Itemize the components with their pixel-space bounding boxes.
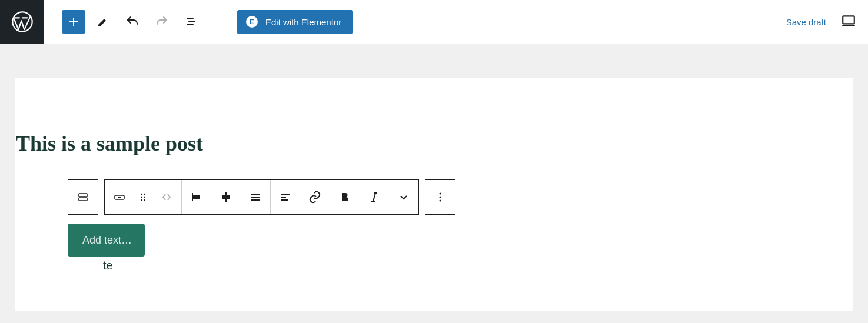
redo-button[interactable] (150, 10, 174, 34)
save-draft-button[interactable]: Save draft (786, 17, 826, 27)
align-left-button[interactable] (182, 180, 211, 214)
svg-rect-9 (79, 198, 87, 201)
redo-icon (155, 15, 169, 29)
svg-point-17 (144, 199, 145, 201)
move-button[interactable] (152, 180, 181, 214)
svg-line-28 (373, 193, 375, 201)
edit-mode-button[interactable] (91, 10, 115, 34)
bold-button[interactable] (330, 180, 360, 214)
block-type-button[interactable] (68, 180, 98, 214)
buttons-block-icon (76, 190, 90, 204)
italic-button[interactable] (360, 180, 389, 214)
svg-rect-6 (843, 16, 854, 24)
editor-canvas: This is a sample post te (15, 78, 853, 311)
undo-button[interactable] (121, 10, 144, 34)
text-align-left-icon (278, 190, 292, 204)
button-block-placeholder: Add text… (82, 234, 132, 247)
chevron-down-icon (397, 190, 411, 204)
more-formatting-button[interactable] (389, 180, 418, 214)
bold-icon (338, 190, 352, 204)
desktop-preview-icon (841, 13, 856, 28)
block-toolbar (68, 179, 853, 215)
chevrons-icon (159, 190, 174, 204)
svg-point-15 (144, 197, 145, 198)
button-block[interactable]: Add text… (68, 224, 145, 257)
block-options-button[interactable] (425, 180, 455, 214)
svg-point-12 (141, 194, 142, 195)
preview-button[interactable] (841, 13, 856, 31)
elementor-badge-icon: E (246, 16, 258, 28)
drag-handle[interactable] (134, 180, 152, 214)
edit-with-elementor-button[interactable]: E Edit with Elementor (237, 10, 353, 34)
wordpress-icon (11, 10, 34, 34)
plus-icon (66, 15, 81, 29)
svg-point-31 (440, 193, 441, 195)
align-center-button[interactable] (211, 180, 241, 214)
wordpress-logo-button[interactable] (0, 0, 44, 44)
svg-rect-21 (222, 195, 230, 199)
align-center-icon (219, 190, 233, 204)
text-caret (81, 233, 81, 247)
outline-icon (184, 15, 198, 29)
text-align-button[interactable] (271, 180, 300, 214)
add-block-button[interactable] (62, 10, 85, 34)
svg-rect-19 (194, 195, 199, 199)
more-vertical-icon (433, 190, 447, 204)
transform-button[interactable] (105, 180, 134, 214)
post-title[interactable]: This is a sample post (16, 131, 853, 156)
svg-point-13 (144, 194, 145, 195)
link-button[interactable] (300, 180, 330, 214)
drag-icon (137, 191, 149, 203)
single-button-icon (112, 190, 127, 204)
svg-point-14 (141, 197, 142, 198)
document-overview-button[interactable] (179, 10, 203, 34)
block-hidden-text-fragment: te (103, 259, 113, 272)
link-icon (308, 190, 322, 204)
editor-top-toolbar: E Edit with Elementor Save draft (0, 0, 868, 44)
align-right-button[interactable] (241, 180, 270, 214)
svg-point-32 (440, 197, 441, 198)
undo-icon (125, 15, 139, 29)
align-justify-icon (248, 190, 262, 204)
elementor-button-label: Edit with Elementor (265, 17, 341, 27)
pencil-icon (96, 15, 110, 29)
svg-point-16 (141, 199, 142, 201)
italic-icon (367, 190, 381, 204)
svg-rect-8 (79, 194, 87, 197)
svg-point-33 (440, 200, 441, 202)
align-left-icon (189, 190, 204, 204)
